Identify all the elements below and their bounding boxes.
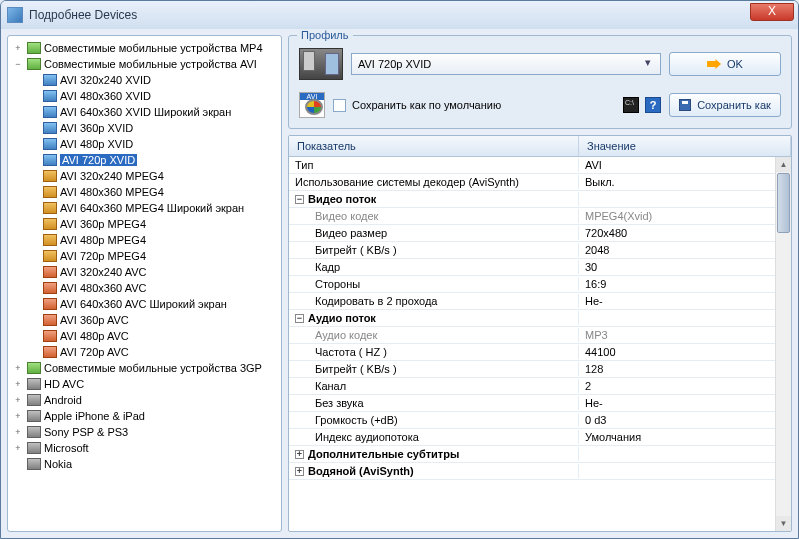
tree-item[interactable]: AVI 480p XVID [10, 136, 279, 152]
tree-label: Android [44, 394, 82, 406]
table-row[interactable]: Кодировать в 2 проходаНе- [289, 293, 791, 310]
window-title: Подробнее Devices [29, 8, 137, 22]
device-tree[interactable]: +Совместимые мобильные устройства MP4−Со… [7, 35, 282, 532]
dev-icon [27, 394, 41, 406]
expander-icon[interactable]: + [12, 411, 24, 421]
tree-group[interactable]: +Sony PSP & PS3 [10, 424, 279, 440]
column-value[interactable]: Значение [579, 136, 791, 156]
expander-icon[interactable]: + [12, 427, 24, 437]
table-row[interactable]: Битрейт ( KB/s )2048 [289, 242, 791, 259]
tree-group[interactable]: +Android [10, 392, 279, 408]
group-expander-icon[interactable]: + [295, 467, 304, 476]
console-icon[interactable] [623, 97, 639, 113]
tree-label: AVI 360p AVC [60, 314, 129, 326]
expander-icon[interactable]: + [12, 395, 24, 405]
table-row[interactable]: − Аудио поток [289, 310, 791, 327]
scroll-up-icon[interactable]: ▲ [776, 157, 791, 172]
expander-icon[interactable]: − [12, 59, 24, 69]
expander-icon[interactable]: + [12, 363, 24, 373]
tree-item[interactable]: AVI 320x240 AVC [10, 264, 279, 280]
save-icon [679, 99, 691, 111]
tree-item[interactable]: AVI 320x240 XVID [10, 72, 279, 88]
property-value: 2 [579, 379, 791, 393]
property-value: Выкл. [579, 175, 791, 189]
save-as-button[interactable]: Сохранить как [669, 93, 781, 117]
table-row[interactable]: Индекс аудиопотокаУмолчания [289, 429, 791, 446]
tree-group[interactable]: Nokia [10, 456, 279, 472]
tree-label: HD AVC [44, 378, 84, 390]
video-icon [43, 266, 57, 278]
table-row[interactable]: Видео кодекMPEG4(Xvid) [289, 208, 791, 225]
tree-label: AVI 360p MPEG4 [60, 218, 146, 230]
table-row[interactable]: Канал2 [289, 378, 791, 395]
video-icon [43, 234, 57, 246]
table-row[interactable]: Кадр30 [289, 259, 791, 276]
save-default-checkbox[interactable] [333, 99, 346, 112]
arrow-right-icon [707, 59, 721, 69]
table-row[interactable]: + Дополнительные субтитры [289, 446, 791, 463]
tree-item[interactable]: AVI 480p AVC [10, 328, 279, 344]
property-key: Видео размер [289, 226, 579, 240]
tree-item[interactable]: AVI 320x240 MPEG4 [10, 168, 279, 184]
scroll-down-icon[interactable]: ▼ [776, 516, 791, 531]
tree-item[interactable]: AVI 720p MPEG4 [10, 248, 279, 264]
tree-item[interactable]: AVI 720p AVC [10, 344, 279, 360]
tree-item[interactable]: AVI 480x360 MPEG4 [10, 184, 279, 200]
tree-item[interactable]: AVI 360p AVC [10, 312, 279, 328]
column-key[interactable]: Показатель [289, 136, 579, 156]
tree-item[interactable]: AVI 480x360 AVC [10, 280, 279, 296]
close-button[interactable]: X [750, 3, 794, 21]
expander-icon[interactable]: + [12, 443, 24, 453]
titlebar[interactable]: Подробнее Devices X [1, 1, 798, 29]
tree-item[interactable]: AVI 480x360 XVID [10, 88, 279, 104]
ok-button[interactable]: OK [669, 52, 781, 76]
tree-label: AVI 720p AVC [60, 346, 129, 358]
tree-group[interactable]: +HD AVC [10, 376, 279, 392]
property-value: 128 [579, 362, 791, 376]
table-row[interactable]: Частота ( HZ )44100 [289, 344, 791, 361]
help-icon[interactable]: ? [645, 97, 661, 113]
tree-item[interactable]: AVI 360p MPEG4 [10, 216, 279, 232]
table-row[interactable]: − Видео поток [289, 191, 791, 208]
scroll-thumb[interactable] [777, 173, 790, 233]
table-row[interactable]: Громкость (+dB)0 d3 [289, 412, 791, 429]
property-value: 16:9 [579, 277, 791, 291]
group-expander-icon[interactable]: − [295, 314, 304, 323]
table-row[interactable]: Битрейт ( KB/s )128 [289, 361, 791, 378]
tree-group[interactable]: +Apple iPhone & iPad [10, 408, 279, 424]
table-body[interactable]: ТипAVIИспользование системы декодер (Avi… [289, 157, 791, 531]
table-row[interactable]: Использование системы декодер (AviSynth)… [289, 174, 791, 191]
tree-label: AVI 360p XVID [60, 122, 133, 134]
tree-label: AVI 720p MPEG4 [60, 250, 146, 262]
tree-item[interactable]: AVI 640x360 MPEG4 Широкий экран [10, 200, 279, 216]
property-key: Аудио кодек [289, 328, 579, 342]
table-row[interactable]: + Водяной (AviSynth) [289, 463, 791, 480]
tree-item[interactable]: AVI 360p XVID [10, 120, 279, 136]
table-row[interactable]: Стороны16:9 [289, 276, 791, 293]
profile-select[interactable]: AVI 720p XVID [351, 53, 661, 75]
tree-label: Microsoft [44, 442, 89, 454]
expander-icon[interactable]: + [12, 379, 24, 389]
property-value [579, 470, 791, 472]
tree-item[interactable]: AVI 640x360 XVID Широкий экран [10, 104, 279, 120]
table-row[interactable]: Аудио кодекMP3 [289, 327, 791, 344]
expander-icon[interactable]: + [12, 43, 24, 53]
dev-icon [27, 458, 41, 470]
group-expander-icon[interactable]: + [295, 450, 304, 459]
tree-group[interactable]: −Совместимые мобильные устройства AVI [10, 56, 279, 72]
table-row[interactable]: Без звукаНе- [289, 395, 791, 412]
tree-group[interactable]: +Совместимые мобильные устройства MP4 [10, 40, 279, 56]
group-expander-icon[interactable]: − [295, 195, 304, 204]
table-row[interactable]: ТипAVI [289, 157, 791, 174]
tree-item[interactable]: AVI 480p MPEG4 [10, 232, 279, 248]
tree-group[interactable]: +Совместимые мобильные устройства 3GP [10, 360, 279, 376]
video-icon [43, 154, 57, 166]
tree-item[interactable]: AVI 640x360 AVC Широкий экран [10, 296, 279, 312]
video-icon [43, 330, 57, 342]
tree-label: AVI 720p XVID [60, 154, 137, 166]
tree-group[interactable]: +Microsoft [10, 440, 279, 456]
dev-icon [27, 410, 41, 422]
tree-item[interactable]: AVI 720p XVID [10, 152, 279, 168]
vertical-scrollbar[interactable]: ▲ ▼ [775, 157, 791, 531]
table-row[interactable]: Видео размер720x480 [289, 225, 791, 242]
